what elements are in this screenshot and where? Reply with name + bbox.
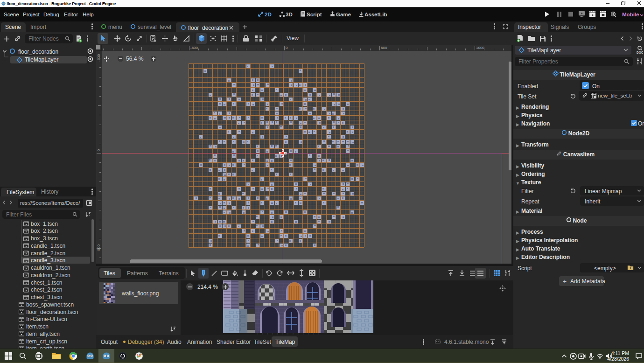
svg-text:56.4 %: 56.4 % — [126, 56, 144, 62]
svg-text:-500: -500 — [97, 54, 101, 62]
svg-text:1000: 1000 — [476, 46, 484, 50]
svg-text:0: 0 — [286, 46, 288, 50]
svg-text:0: 0 — [97, 149, 101, 151]
svg-text:500: 500 — [381, 46, 387, 50]
svg-text:DOC: DOC — [637, 51, 643, 54]
svg-text:-500: -500 — [190, 46, 198, 50]
svg-text:500: 500 — [97, 244, 101, 251]
